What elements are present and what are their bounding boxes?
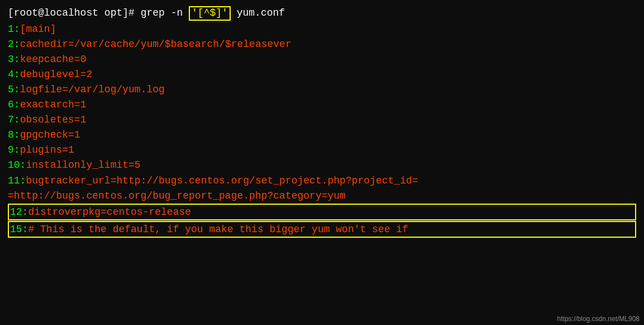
cmd-text: grep -n [135, 7, 189, 18]
line-number: 7 [8, 112, 14, 127]
line-content: # This is the default, if you make this … [28, 222, 408, 237]
output-line-7: 7:obsoletes=1 [8, 112, 636, 127]
watermark: https://blog.csdn.net/ML908 [557, 315, 640, 323]
line-number: 5 [8, 82, 14, 97]
output-line-10: 10:installonly_limit=5 [8, 158, 636, 172]
command-line: [root@localhost opt]# grep -n '[^$]' yum… [8, 6, 636, 21]
line-number: 3 [8, 52, 14, 67]
line-number: 10 [8, 158, 20, 172]
line-content: [main] [20, 22, 56, 36]
output-line-2: 2:cachedir=/var/cache/yum/$basearch/$rel… [8, 37, 636, 51]
line-content: gpgcheck=1 [20, 128, 80, 142]
line-content: logfile=/var/log/yum.log [20, 82, 165, 97]
output-line-15: 15:# This is the default, if you make th… [8, 221, 636, 238]
output-line-1: 1:[main] [8, 22, 636, 36]
output-line-3: 3:keepcache=0 [8, 52, 636, 67]
output-line-9: 9:plugins=1 [8, 143, 636, 157]
line-content: cachedir=/var/cache/yum/$basearch/$relea… [20, 37, 292, 51]
line-content: keepcache=0 [20, 52, 87, 67]
cmd-file: yum.conf [231, 7, 285, 18]
output-line-8: 8:gpgcheck=1 [8, 128, 636, 142]
line-content: debuglevel=2 [20, 67, 93, 82]
line-content: plugins=1 [20, 143, 74, 157]
output-line-11-cont: =http://bugs.centos.org/bug_report_page.… [8, 189, 636, 203]
line-content: exactarch=1 [20, 97, 87, 112]
line-number: 12 [10, 205, 22, 219]
line-content: obsoletes=1 [20, 112, 87, 127]
line-content: distroverpkg=centos-release [28, 205, 191, 219]
line-content: bugtracker_url=http://bugs.centos.org/se… [26, 173, 418, 188]
output-line-5: 5:logfile=/var/log/yum.log [8, 82, 636, 97]
line-content: installonly_limit=5 [26, 158, 140, 172]
line-content-cont: =http://bugs.centos.org/bug_report_page.… [8, 189, 346, 203]
line-number: 11 [8, 173, 20, 188]
output-line-4: 4:debuglevel=2 [8, 67, 636, 82]
line-number: 6 [8, 97, 14, 112]
line-number: 15 [10, 222, 22, 237]
prompt: [root@localhost opt]# [8, 7, 135, 18]
highlighted-pattern: '[^$]' [189, 6, 231, 21]
terminal-window: [root@localhost opt]# grep -n '[^$]' yum… [0, 0, 644, 325]
line-number: 8 [8, 128, 14, 142]
line-number: 1 [8, 22, 14, 36]
output-line-12: 12:distroverpkg=centos-release [8, 204, 636, 220]
output-line-6: 6:exactarch=1 [8, 97, 636, 112]
line-number: 9 [8, 143, 14, 157]
output-line-11: 11:bugtracker_url=http://bugs.centos.org… [8, 173, 636, 188]
line-number: 4 [8, 67, 14, 82]
line-number: 2 [8, 37, 14, 51]
